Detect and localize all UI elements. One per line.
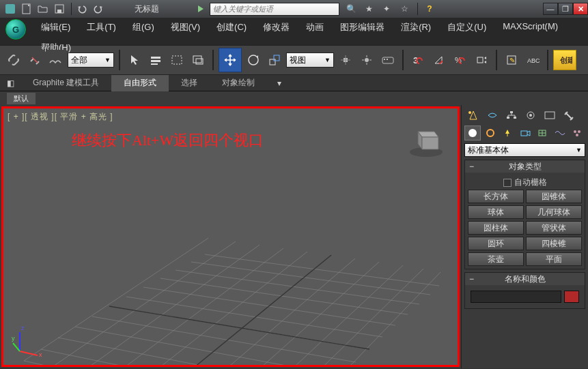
ribbon-tab-select[interactable]: 选择 [169,75,210,91]
menu-render[interactable]: 渲染(R) [393,19,439,33]
btn-cylinder[interactable]: 圆柱体 [468,221,524,235]
spacewarps-cat-icon[interactable] [552,126,568,141]
pivot-icon[interactable] [336,50,355,70]
menu-view[interactable]: 视图(V) [163,19,208,33]
star-icon[interactable]: ☆ [397,3,412,15]
move-icon[interactable] [221,50,240,70]
selection-filter[interactable]: 全部▼ [68,53,114,68]
menu-anim[interactable]: 动画 [298,19,332,33]
systems-cat-icon[interactable] [569,126,585,141]
minimize-button[interactable]: — [543,3,558,15]
btn-torus[interactable]: 圆环 [468,237,524,250]
helpers-cat-icon[interactable] [534,126,550,141]
spinner-snap-icon[interactable] [472,50,491,70]
unlink-icon[interactable] [25,50,44,70]
create-tab-icon[interactable] [464,108,482,123]
scale-icon[interactable] [265,50,284,70]
svg-point-11 [249,55,258,65]
modify-tab-icon[interactable] [484,108,501,123]
autogrid-row[interactable]: 自动栅格 [468,175,582,190]
svg-line-50 [205,254,439,286]
menu-help[interactable]: 帮助(H) [33,40,583,53]
shapes-cat-icon[interactable] [482,126,499,141]
ribbon-tabs: ◧ Graphite 建模工具 自由形式 选择 对象绘制 ▾ [0,75,588,91]
btn-sphere[interactable]: 球体 [468,205,524,219]
bind-icon[interactable] [46,50,66,70]
ribbon-expand-icon[interactable]: ▾ [272,78,286,88]
viewport-perspective[interactable]: [ + ][ 透视 ][ 平滑 + 高光 ] 继续按下Alt+W返回四个视口 [1,106,460,367]
btn-pyramid[interactable]: 四棱锥 [526,237,582,250]
menu-modifier[interactable]: 修改器 [255,19,298,33]
menu-maxscript[interactable]: MAXScript(M) [494,19,566,33]
btn-cone[interactable]: 圆锥体 [526,190,582,203]
angle-snap-icon[interactable] [430,50,449,70]
snap-toggle-icon[interactable]: 3 [408,50,428,70]
motion-tab-icon[interactable] [522,108,540,123]
geometry-cat-icon[interactable] [464,126,481,141]
close-button[interactable]: ✕ [573,3,588,15]
window-crossing-icon[interactable] [188,50,208,70]
svg-rect-8 [172,56,182,64]
btn-tube[interactable]: 管状体 [526,221,582,235]
menu-tools[interactable]: 工具(T) [79,19,124,33]
create-sel-icon[interactable]: ABC [523,50,542,70]
object-name-input[interactable] [471,291,561,303]
subrib-default[interactable]: 默认 [7,93,36,104]
select-name-icon[interactable] [146,50,165,70]
viewcube[interactable] [406,119,447,160]
menu-custom[interactable]: 自定义(U) [439,19,494,33]
menu-grapheditor[interactable]: 图形编辑器 [332,19,393,33]
display-tab-icon[interactable] [541,108,559,123]
ribbon-pin-icon[interactable]: ◧ [7,78,16,88]
binoculars-icon[interactable]: 🔍 [344,3,359,15]
ribbon-tab-freeform[interactable]: 自由形式 [111,75,169,91]
help-icon[interactable]: ? [422,3,437,15]
hierarchy-tab-icon[interactable] [503,108,520,123]
svg-line-36 [242,265,403,365]
svg-rect-9 [193,56,201,63]
maximize-button[interactable]: ❐ [558,3,573,15]
btn-geosphere[interactable]: 几何球体 [526,205,582,219]
keymode-icon[interactable] [378,50,397,70]
menu-edit[interactable]: 编辑(E) [33,19,79,33]
link-icon[interactable] [4,50,23,70]
percent-snap-icon[interactable]: % [451,50,470,70]
new-icon[interactable] [19,1,34,16]
ribbon-tab-objpaint[interactable]: 对象绘制 [210,75,267,91]
btn-plane[interactable]: 平面 [526,252,582,266]
svg-rect-18 [382,57,393,63]
tool-icon[interactable]: ✦ [379,3,394,15]
btn-box[interactable]: 长方体 [468,190,524,203]
lights-cat-icon[interactable] [499,126,516,141]
mirror-icon[interactable]: 创建 [553,50,576,70]
app-logo[interactable]: G [5,19,26,40]
redo-icon[interactable] [91,1,106,16]
app-menu-icon[interactable] [3,1,18,16]
ref-coord-combo[interactable]: 视图▼ [286,53,334,68]
open-icon[interactable] [36,1,51,16]
rollout-head-namecolor[interactable]: −名称和颜色 [465,273,585,285]
svg-rect-62 [507,117,509,119]
bookmark-icon[interactable]: ★ [361,3,376,15]
select-icon[interactable] [125,50,144,70]
rollout-head-objtype[interactable]: −对象类型 [465,160,585,173]
undo-icon[interactable] [74,1,89,16]
search-input[interactable] [210,3,339,16]
subcategory-combo[interactable]: 标准基本体▼ [464,143,585,157]
menu-create[interactable]: 创建(C) [208,19,255,33]
object-color-swatch[interactable] [564,291,579,303]
play-icon[interactable] [193,1,208,16]
ribbon-tab-graphite[interactable]: Graphite 建模工具 [20,75,111,91]
save-icon[interactable] [52,1,67,16]
btn-teapot[interactable]: 茶壶 [468,252,524,266]
menu-group[interactable]: 组(G) [124,19,163,33]
svg-rect-7 [151,63,158,65]
manip-icon[interactable] [357,50,376,70]
autogrid-checkbox[interactable] [503,179,512,187]
utilities-tab-icon[interactable] [560,108,578,123]
cameras-cat-icon[interactable] [517,126,533,141]
named-sel-icon[interactable]: ✎ [502,50,521,70]
svg-point-60 [468,111,471,114]
rotate-icon[interactable] [244,50,263,70]
select-region-icon[interactable] [167,50,186,70]
